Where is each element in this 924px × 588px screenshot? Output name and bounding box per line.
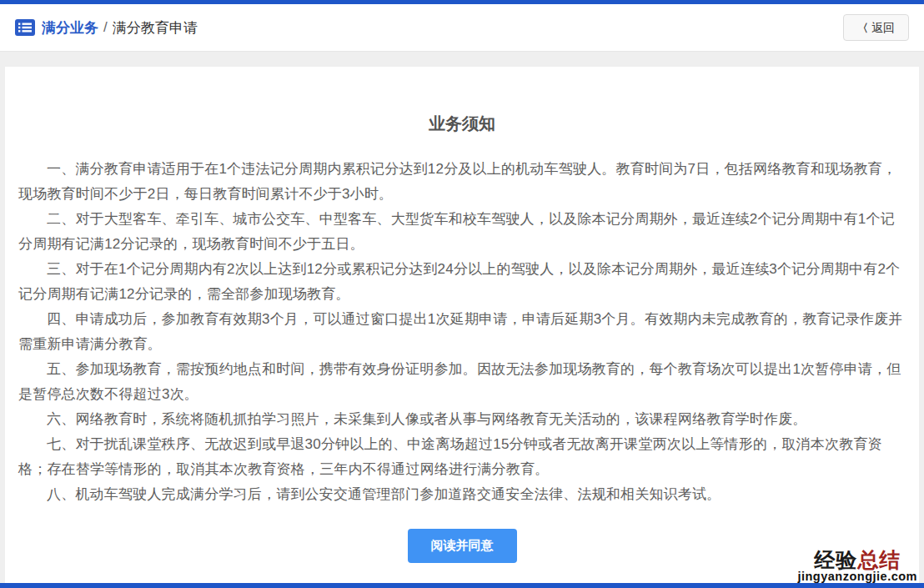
watermark-domain: jingyanzongjie.com <box>797 570 917 583</box>
notice-paragraph-7: 七、对于扰乱课堂秩序、无故迟到或早退30分钟以上的、中途离场超过15分钟或者无故… <box>18 432 906 482</box>
notice-paragraph-5: 五、参加现场教育，需按预约地点和时间，携带有效身份证明参加。因故无法参加现场教育… <box>18 357 906 407</box>
notice-paragraph-2: 二、对于大型客车、牵引车、城市公交车、中型客车、大型货车和校车驾驶人，以及除本记… <box>18 207 906 257</box>
notice-paragraph-3: 三、对于在1个记分周期内有2次以上达到12分或累积记分达到24分以上的驾驶人，以… <box>18 257 906 307</box>
chevron-left-icon: 〈 <box>857 23 868 33</box>
notice-body: 一、满分教育申请适用于在1个违法记分周期内累积记分达到12分及以上的机动车驾驶人… <box>18 157 906 507</box>
breadcrumb-separator: / <box>103 19 108 36</box>
notice-title: 业务须知 <box>18 113 906 135</box>
breadcrumb-current-page: 满分教育申请 <box>113 18 198 38</box>
breadcrumb-section[interactable]: 满分业务 <box>42 18 98 38</box>
notice-paragraph-6: 六、网络教育时，系统将随机抓拍学习照片，未采集到人像或者从事与网络教育无关活动的… <box>18 407 906 432</box>
back-button[interactable]: 〈 返回 <box>843 14 909 41</box>
page-header: 满分业务 / 满分教育申请 〈 返回 <box>0 4 924 52</box>
read-and-agree-button[interactable]: 阅读并同意 <box>408 529 517 563</box>
back-button-label: 返回 <box>871 22 895 33</box>
watermark-cn-red: 总结 <box>857 548 901 571</box>
notice-card: 业务须知 一、满分教育申请适用于在1个违法记分周期内累积记分达到12分及以上的机… <box>5 67 919 583</box>
notice-paragraph-8: 八、机动车驾驶人完成满分学习后，请到公安交通管理部门参加道路交通安全法律、法规和… <box>18 482 906 507</box>
breadcrumb: 满分业务 / 满分教育申请 <box>15 18 198 38</box>
watermark: 经验总结 jingyanzongjie.com <box>797 549 917 583</box>
bottom-accent-bar <box>0 583 924 588</box>
list-icon <box>15 19 35 36</box>
notice-paragraph-1: 一、满分教育申请适用于在1个违法记分周期内累积记分达到12分及以上的机动车驾驶人… <box>18 157 906 207</box>
notice-paragraph-4: 四、申请成功后，参加教育有效期3个月，可以通过窗口提出1次延期申请，申请后延期3… <box>18 307 906 357</box>
watermark-cn-black: 经验 <box>814 548 857 571</box>
watermark-chinese: 经验总结 <box>797 549 917 570</box>
